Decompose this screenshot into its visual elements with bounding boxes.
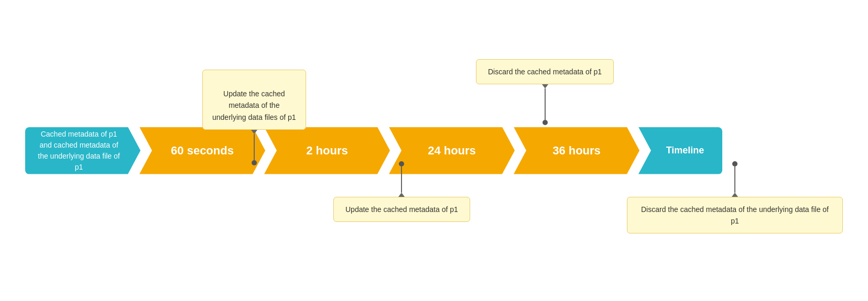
- tooltip-box-2: Update the cached metadata of p1: [333, 197, 470, 222]
- chevron-2h-label: 2 hours: [306, 144, 348, 158]
- timeline-diagram: Cached metadata of p1 and cached metadat…: [25, 12, 843, 289]
- tooltip-box-4: Discard the cached metadata of the under…: [627, 197, 843, 234]
- connector-tt3: Discard the cached metadata of p1: [476, 59, 614, 125]
- tt2-text: Update the cached metadata of p1: [345, 205, 458, 214]
- timeline-label: Timeline: [666, 145, 704, 156]
- start-box: Cached metadata of p1 and cached metadat…: [25, 127, 140, 174]
- start-label: Cached metadata of p1 and cached metadat…: [36, 129, 122, 173]
- tt1-text: Update the cached metadata of the underl…: [212, 90, 296, 121]
- connector-tt2: Update the cached metadata of p1: [333, 161, 470, 222]
- chevron-36h-label: 36 hours: [552, 144, 601, 158]
- tt4-text: Discard the cached metadata of the under…: [641, 205, 829, 225]
- tt3-text: Discard the cached metadata of p1: [488, 68, 602, 76]
- connector-tt4: Discard the cached metadata of the under…: [627, 161, 843, 234]
- tooltip-box-1: Update the cached metadata of the underl…: [202, 70, 306, 130]
- chevron-36h: 36 hours: [514, 127, 639, 174]
- connector-tt1: Update the cached metadata of the underl…: [202, 70, 306, 166]
- chevron-24h-label: 24 hours: [428, 144, 476, 158]
- tooltip-box-3: Discard the cached metadata of p1: [476, 59, 614, 84]
